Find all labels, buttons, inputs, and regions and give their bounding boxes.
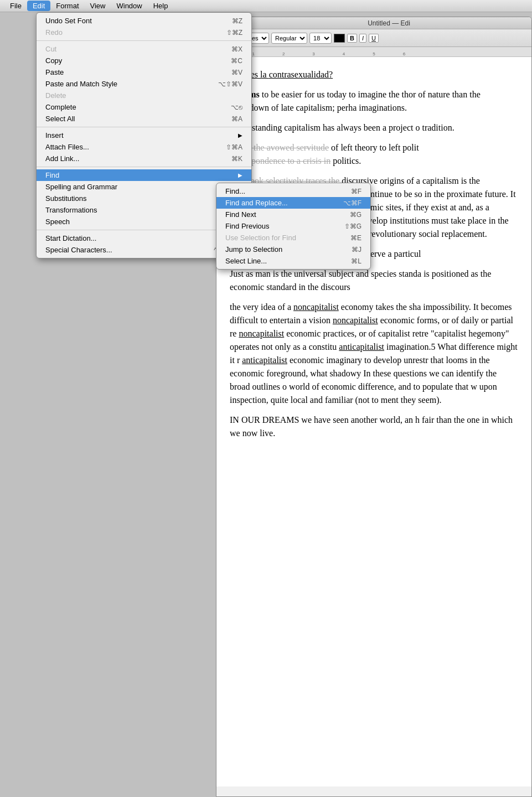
document-title: Untitled — Edi — [251, 19, 527, 27]
menu-copy[interactable]: Copy ⌘C — [37, 55, 251, 66]
menu-edit[interactable]: Edit — [27, 1, 50, 11]
document-window: Untitled — Edi ◀ ▶ Times Regular 18 B I … — [216, 17, 532, 797]
menu-redo: Redo ⇧⌘Z — [37, 27, 251, 38]
underline-button[interactable]: U — [369, 34, 379, 43]
size-select[interactable]: 18 — [309, 33, 332, 44]
menu-delete: Delete — [37, 90, 251, 101]
find-submenu: Find... ⌘F Find and Replace... ⌥⌘F Find … — [216, 183, 371, 270]
menu-sep-2 — [37, 127, 251, 127]
menu-file[interactable]: File — [4, 1, 27, 11]
menu-complete[interactable]: Complete ⌥⎋ — [37, 101, 251, 113]
submenu-jump-selection[interactable]: Jump to Selection ⌘J — [216, 244, 370, 255]
doc-para-8: IN OUR DREAMS we have seen another world… — [230, 413, 518, 440]
menu-format[interactable]: Format — [50, 1, 84, 11]
doc-para-7: the very idea of a noncapitalist economy… — [230, 301, 518, 407]
doc-para-1: It seems to be easier for us today to im… — [230, 88, 518, 115]
menu-bar: File Edit Format View Window Help — [0, 0, 532, 12]
menu-window[interactable]: Window — [111, 1, 147, 11]
menu-insert[interactable]: Insert ▶ — [37, 130, 251, 141]
italic-button[interactable]: I — [359, 34, 366, 43]
menu-help[interactable]: Help — [148, 1, 174, 11]
submenu-find-replace[interactable]: Find and Replace... ⌥⌘F — [216, 197, 370, 209]
color-picker[interactable] — [334, 34, 345, 43]
menu-paste-match[interactable]: Paste and Match Style ⌥⇧⌘V — [37, 78, 251, 90]
ruler-marks: 0123456 — [216, 47, 531, 56]
doc-para-3: Given the avowed servitude of left theor… — [230, 141, 518, 168]
menu-add-link[interactable]: Add Link... ⌘K — [37, 153, 251, 164]
submenu-find[interactable]: Find... ⌘F — [216, 185, 370, 197]
document-content[interactable]: ¿Qué es la contrasexualidad? It seems to… — [216, 57, 531, 786]
titlebar: Untitled — Edi — [216, 17, 531, 29]
menu-select-all[interactable]: Select All ⌘A — [37, 113, 251, 125]
menu-undo[interactable]: Undo Set Font ⌘Z — [37, 15, 251, 27]
menu-paste[interactable]: Paste ⌘V — [37, 66, 251, 78]
menu-find[interactable]: Find ▶ — [37, 169, 251, 181]
doc-toolbar: ◀ ▶ Times Regular 18 B I U — [216, 29, 531, 47]
submenu-find-next[interactable]: Find Next ⌘G — [216, 209, 370, 220]
submenu-use-selection: Use Selection for Find ⌘E — [216, 232, 370, 244]
doc-para-2: Understanding capitalism has always been… — [230, 121, 518, 134]
menu-sep-1 — [37, 40, 251, 41]
submenu-find-prev[interactable]: Find Previous ⇧⌘G — [216, 220, 370, 232]
menu-view[interactable]: View — [85, 1, 111, 11]
menu-sep-3 — [37, 167, 251, 167]
style-select[interactable]: Regular — [271, 33, 307, 44]
bold-button[interactable]: B — [347, 34, 357, 43]
submenu-select-line[interactable]: Select Line... ⌘L — [216, 255, 370, 267]
doc-para-6: Just as man is the universal subject and… — [230, 267, 518, 294]
ruler: 0123456 — [216, 47, 531, 57]
menu-attach[interactable]: Attach Files... ⇧⌘A — [37, 141, 251, 153]
menu-cut: Cut ⌘X — [37, 43, 251, 55]
